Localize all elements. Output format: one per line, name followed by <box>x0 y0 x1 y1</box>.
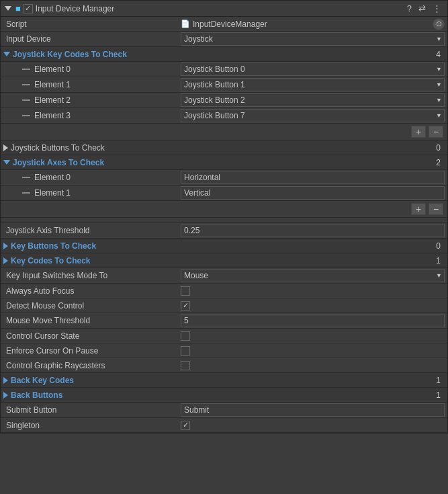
joystick-axis-threshold-value[interactable] <box>181 224 445 237</box>
joystick-buttons-header[interactable]: Joystick Buttons To Check 0 <box>1 140 447 155</box>
joystick-key-el2-dropdown[interactable]: Joystick Button 2 <box>181 93 445 107</box>
joystick-key-element-1: Element 1 Joystick Button 1 <box>1 77 447 93</box>
joystick-axes-el0-input[interactable] <box>181 171 445 184</box>
joystick-key-add-button[interactable]: + <box>411 126 426 138</box>
dash-icon-1 <box>22 84 30 85</box>
expand-icon <box>3 52 10 56</box>
joystick-key-element-0: Element 0 Joystick Button 0 Joystick But… <box>1 62 447 77</box>
key-codes-header[interactable]: Key Codes To Check 1 <box>1 253 447 268</box>
script-file-icon: 📄 <box>181 19 190 28</box>
joystick-axes-el1-value[interactable] <box>181 186 445 200</box>
back-key-codes-label[interactable]: Back Key Codes <box>1 376 181 385</box>
joystick-key-codes-label[interactable]: Joystick Key Codes To Check <box>1 50 181 59</box>
script-value: 📄 InputDeviceManager <box>181 19 433 29</box>
script-name: InputDeviceManager <box>193 19 267 29</box>
joystick-key-el0-dropdown[interactable]: Joystick Button 0 Joystick Button 1 <box>181 63 445 76</box>
joystick-axes-el1-input[interactable] <box>181 186 445 200</box>
mouse-move-threshold-input[interactable] <box>181 314 445 327</box>
overflow-icon[interactable]: ⋮ <box>431 3 443 13</box>
joystick-axes-el0-label: Element 0 <box>1 173 181 182</box>
dash-icon-2 <box>22 99 30 101</box>
dash-icon-0 <box>22 69 30 70</box>
key-buttons-expand-icon <box>3 243 8 249</box>
expand-icon-axes <box>3 160 10 165</box>
submit-button-value[interactable] <box>181 403 445 417</box>
singleton-value[interactable] <box>181 421 445 430</box>
submit-button-row: Submit Button <box>1 403 447 418</box>
detect-mouse-control-value[interactable] <box>181 301 445 311</box>
always-auto-focus-checkbox[interactable] <box>181 286 190 296</box>
back-key-expand-icon <box>3 377 8 384</box>
detect-mouse-control-row: Detect Mouse Control <box>1 298 447 313</box>
control-graphic-label: Control Graphic Raycasters <box>1 361 181 370</box>
joystick-key-buttons: + − <box>1 124 447 140</box>
hash-icon: ■ <box>15 3 21 13</box>
key-codes-count: 1 <box>181 256 445 265</box>
dash-icon-axes-0 <box>22 177 30 178</box>
key-buttons-label[interactable]: Key Buttons To Check <box>1 241 181 251</box>
control-cursor-state-value[interactable] <box>181 331 445 341</box>
control-cursor-state-row: Control Cursor State <box>1 329 447 343</box>
always-auto-focus-label: Always Auto Focus <box>1 286 181 296</box>
joystick-axes-label[interactable]: Joystick Axes To Check <box>1 158 181 167</box>
back-buttons-count: 1 <box>181 390 445 400</box>
joystick-key-el3-value[interactable]: Joystick Button 7 <box>181 109 445 122</box>
key-input-switches-dropdown[interactable]: Mouse Joystick Keyboard <box>181 269 445 282</box>
control-cursor-state-checkbox[interactable] <box>181 331 190 341</box>
checkbox-header[interactable] <box>24 4 33 13</box>
always-auto-focus-value[interactable] <box>181 286 445 296</box>
singleton-label: Singleton <box>1 421 181 430</box>
always-auto-focus-row: Always Auto Focus <box>1 284 447 298</box>
joystick-axis-threshold-input[interactable] <box>181 224 445 237</box>
back-key-codes-header[interactable]: Back Key Codes 1 <box>1 373 447 388</box>
joystick-key-remove-button[interactable]: − <box>429 126 443 138</box>
joystick-key-el0-value[interactable]: Joystick Button 0 Joystick Button 1 <box>181 63 445 76</box>
submit-button-label: Submit Button <box>1 405 181 415</box>
enforce-cursor-value[interactable] <box>181 346 445 356</box>
control-graphic-row: Control Graphic Raycasters <box>1 358 447 373</box>
input-device-dropdown[interactable]: Joystick Mouse Keyboard <box>181 32 445 46</box>
dash-icon-axes-1 <box>22 192 30 194</box>
key-input-switches-value[interactable]: Mouse Joystick Keyboard <box>181 269 445 282</box>
detect-mouse-control-checkbox[interactable] <box>181 301 190 311</box>
joystick-key-el2-label: Element 2 <box>1 95 181 105</box>
joystick-axes-header[interactable]: Joystick Axes To Check 2 <box>1 155 447 170</box>
joystick-axes-el1-label: Element 1 <box>1 188 181 198</box>
script-circle-icon[interactable]: ⊙ <box>433 18 445 30</box>
joystick-axes-remove-button[interactable]: − <box>429 203 443 215</box>
singleton-checkbox[interactable] <box>181 421 190 430</box>
mouse-move-threshold-value[interactable] <box>181 314 445 327</box>
enforce-cursor-label: Enforce Cursor On Pause <box>1 346 181 356</box>
joystick-axes-add-button[interactable]: + <box>411 203 426 215</box>
joystick-axis-threshold-label: Joystick Axis Threshold <box>1 226 181 235</box>
triangle-icon <box>5 6 11 11</box>
joystick-axes-element-0: Element 0 <box>1 170 447 186</box>
joystick-key-element-3: Element 3 Joystick Button 7 <box>1 108 447 124</box>
back-buttons-label[interactable]: Back Buttons <box>1 390 181 400</box>
help-icon[interactable]: ? <box>405 3 414 13</box>
panel-title: Input Device Manager <box>36 4 402 13</box>
enforce-cursor-checkbox[interactable] <box>181 346 190 356</box>
submit-button-input[interactable] <box>181 403 445 417</box>
joystick-axes-el0-value[interactable] <box>181 171 445 184</box>
control-graphic-value[interactable] <box>181 361 445 370</box>
joystick-axis-threshold-row: Joystick Axis Threshold <box>1 223 447 239</box>
joystick-axes-count: 2 <box>181 158 445 167</box>
joystick-buttons-count: 0 <box>181 143 445 153</box>
joystick-key-el1-value[interactable]: Joystick Button 1 <box>181 78 445 91</box>
key-buttons-header[interactable]: Key Buttons To Check 0 <box>1 239 447 253</box>
joystick-key-el1-dropdown[interactable]: Joystick Button 1 <box>181 78 445 91</box>
back-buttons-header[interactable]: Back Buttons 1 <box>1 388 447 403</box>
settings-icon[interactable]: ⇄ <box>416 3 428 13</box>
joystick-key-el2-value[interactable]: Joystick Button 2 <box>181 93 445 107</box>
key-codes-label[interactable]: Key Codes To Check <box>1 256 181 265</box>
joystick-key-codes-header[interactable]: Joystick Key Codes To Check 4 <box>1 47 447 62</box>
control-graphic-checkbox[interactable] <box>181 361 190 370</box>
mouse-move-threshold-label: Mouse Move Threshold <box>1 316 181 325</box>
joystick-buttons-label[interactable]: Joystick Buttons To Check <box>1 143 181 153</box>
dash-icon-3 <box>22 115 30 116</box>
key-buttons-count: 0 <box>181 241 445 251</box>
joystick-key-el3-dropdown[interactable]: Joystick Button 7 <box>181 109 445 122</box>
joystick-key-el0-label: Element 0 <box>1 65 181 74</box>
input-device-value[interactable]: Joystick Mouse Keyboard <box>181 32 445 46</box>
